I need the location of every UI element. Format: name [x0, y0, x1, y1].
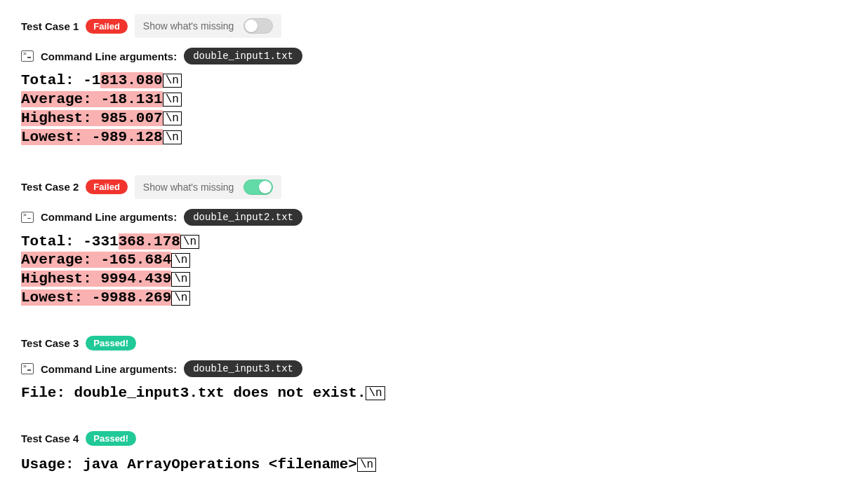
output-text: File: double_input3.txt does not exist. — [21, 385, 366, 401]
output-text-highlighted: 368.178 — [119, 233, 180, 250]
status-badge-passed: Passed! — [86, 431, 136, 446]
output-line: Total: -331368.178\n — [21, 233, 821, 252]
args-label: Command Line arguments: — [41, 211, 177, 223]
test-case-header: Test Case 3Passed! — [21, 336, 821, 350]
newline-token: \n — [357, 458, 376, 472]
status-badge-failed: Failed — [86, 179, 128, 194]
terminal-icon — [21, 363, 34, 374]
test-case-header: Test Case 4Passed! — [21, 431, 821, 446]
terminal-icon — [21, 50, 34, 62]
args-row: Command Line arguments:double_input1.txt — [21, 48, 821, 64]
output-text-highlighted: Highest: 9994.439 — [21, 271, 171, 287]
show-missing-toggle[interactable] — [243, 18, 273, 34]
newline-token: \n — [163, 130, 182, 144]
output-text-highlighted: Average: -18.131 — [21, 91, 163, 107]
output-line: Lowest: -9988.269\n — [21, 289, 821, 308]
test-case-title: Test Case 2 — [21, 181, 79, 193]
args-label: Command Line arguments: — [41, 50, 177, 62]
show-missing-label: Show what's missing — [143, 182, 234, 193]
output-text-highlighted: Lowest: -989.128 — [21, 129, 163, 145]
terminal-icon — [21, 212, 34, 223]
args-value-pill: double_input2.txt — [184, 209, 302, 226]
output-text-highlighted: Average: -165.684 — [21, 252, 171, 268]
test-case-title: Test Case 4 — [21, 433, 79, 444]
output-text: Usage: java ArrayOperations <filename> — [21, 456, 357, 472]
status-badge-failed: Failed — [86, 19, 128, 34]
output-line: Average: -165.684\n — [21, 251, 821, 270]
test-case: Test Case 2FailedShow what's missingComm… — [21, 175, 821, 308]
newline-token: \n — [171, 272, 190, 286]
args-value-pill: double_input3.txt — [184, 360, 302, 377]
status-badge-passed: Passed! — [86, 336, 136, 350]
test-case-title: Test Case 3 — [21, 337, 79, 349]
output-text: Total: -331 — [21, 233, 119, 250]
args-row: Command Line arguments:double_input2.txt — [21, 209, 821, 226]
output-text-highlighted: Lowest: -9988.269 — [21, 290, 171, 306]
test-case-header: Test Case 1FailedShow what's missing — [21, 14, 821, 38]
output-text-highlighted: Highest: 985.007 — [21, 110, 163, 126]
output-line: File: double_input3.txt does not exist.\… — [21, 384, 821, 403]
test-case: Test Case 1FailedShow what's missingComm… — [21, 14, 821, 147]
output-line: Usage: java ArrayOperations <filename>\n — [21, 456, 821, 475]
show-missing-toggle[interactable] — [243, 179, 273, 195]
test-case-header: Test Case 2FailedShow what's missing — [21, 175, 821, 199]
output-block: Total: -1813.080\nAverage: -18.131\nHigh… — [21, 71, 821, 147]
output-line: Total: -1813.080\n — [21, 71, 821, 90]
show-missing-label: Show what's missing — [143, 20, 234, 32]
output-block: Usage: java ArrayOperations <filename>\n — [21, 456, 821, 475]
args-label: Command Line arguments: — [41, 363, 177, 375]
output-block: Total: -331368.178\nAverage: -165.684\nH… — [21, 233, 821, 308]
output-block: File: double_input3.txt does not exist.\… — [21, 384, 821, 403]
output-line: Highest: 985.007\n — [21, 109, 821, 128]
newline-token: \n — [163, 93, 182, 107]
output-line: Average: -18.131\n — [21, 90, 821, 109]
output-line: Highest: 9994.439\n — [21, 270, 821, 289]
output-text: Total: -1 — [21, 72, 100, 88]
test-case-title: Test Case 1 — [21, 20, 79, 32]
args-value-pill: double_input1.txt — [184, 48, 302, 64]
show-missing-container: Show what's missing — [135, 175, 282, 199]
args-row: Command Line arguments:double_input3.txt — [21, 360, 821, 377]
test-case: Test Case 3Passed!Command Line arguments… — [21, 336, 821, 403]
toggle-knob — [245, 20, 258, 32]
show-missing-container: Show what's missing — [135, 14, 282, 38]
newline-token: \n — [171, 253, 190, 267]
test-case: Test Case 4Passed!Usage: java ArrayOpera… — [21, 431, 821, 475]
output-line: Lowest: -989.128\n — [21, 128, 821, 147]
newline-token: \n — [180, 235, 199, 249]
newline-token: \n — [366, 386, 385, 400]
toggle-knob — [259, 181, 272, 193]
newline-token: \n — [171, 291, 190, 305]
newline-token: \n — [163, 111, 182, 125]
newline-token: \n — [163, 74, 182, 88]
output-text-highlighted: 813.080 — [100, 72, 162, 88]
